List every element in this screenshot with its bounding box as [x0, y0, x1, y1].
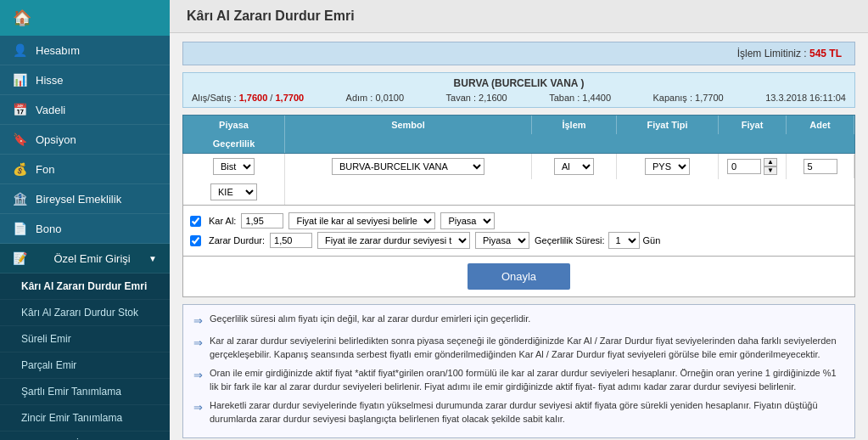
sembol-select[interactable]: BURVA-BURCELIK VANA: [332, 158, 484, 175]
bono-icon: 📄: [13, 222, 27, 235]
piyasa-cell: Bist: [183, 154, 285, 179]
fiyat-tipi-select[interactable]: PYS: [645, 158, 690, 175]
sidebar-item-hisse[interactable]: 📊 Hisse: [0, 65, 170, 95]
adim-label: Adım : 0,0100: [346, 93, 405, 103]
info-arrow-0: ⇒: [193, 313, 203, 330]
submenu-parcali[interactable]: Parçalı Emir: [0, 353, 170, 379]
zarar-piyasa-select[interactable]: Piyasa: [475, 232, 529, 249]
sidebar-item-label: Bono: [36, 223, 61, 235]
header-adet: Adet: [787, 116, 854, 134]
adet-input[interactable]: [804, 159, 837, 174]
sure-select[interactable]: 1 2 3: [608, 232, 640, 249]
islem-cell: Al Sat: [532, 154, 617, 179]
header-islem: İşlem: [532, 116, 617, 134]
sure-unit: Gün: [643, 235, 661, 245]
gecerlilik-select[interactable]: KIE GUN: [210, 183, 257, 200]
form-header: Piyasa Sembol İşlem Fiyat Tipi Fiyat Ade…: [182, 115, 855, 154]
sembol-cell: BURVA-BURCELIK VANA: [285, 154, 532, 179]
info-item-1: ⇒ Kar al zarar durdur seviyelerini belir…: [193, 334, 844, 362]
sidebar-header[interactable]: 🏠: [0, 0, 170, 36]
submenu-kari-al[interactable]: Kârı Al Zararı Durdur Emri: [0, 274, 170, 300]
header-fiyat: Fiyat: [719, 116, 787, 134]
fiyat-input[interactable]: [727, 159, 761, 174]
stock-details: Alış/Satış : 1,7600 / 1,7700 Adım : 0,01…: [192, 93, 846, 103]
chevron-down-icon: ▼: [148, 254, 157, 263]
sidebar-item-ozel[interactable]: 📝 Özel Emir Girişi ▼: [0, 244, 170, 274]
sidebar-item-label: Bireysel Emeklilik: [36, 193, 121, 206]
limit-value: 545 TL: [809, 48, 842, 59]
karal-secim-select[interactable]: Fiyat ile kar al seviyesi belirle: [288, 212, 435, 229]
kapanis-label: Kapanış : 1,7700: [652, 93, 723, 103]
sidebar-item-label: Fon: [36, 163, 54, 176]
gecerlilik-sure-group: Geçerlilik Süresi: 1 2 3 Gün: [535, 232, 660, 249]
submenu-sartli[interactable]: Şartlı Emir Tanımlama: [0, 379, 170, 405]
sidebar-item-bono[interactable]: 📄 Bono: [0, 214, 170, 244]
price-up-button[interactable]: ▲: [764, 158, 777, 166]
info-arrow-1: ⇒: [193, 335, 203, 352]
opsiyon-icon: 🔖: [13, 133, 27, 146]
islem-select[interactable]: Al Sat: [554, 158, 594, 175]
sidebar-item-label: Özel Emir Girişi: [53, 252, 130, 265]
sidebar-item-opsiyon[interactable]: 🔖 Opsiyon: [0, 125, 170, 155]
sidebar-submenu: Kârı Al Zararı Durdur Emri Kârı Al Zarar…: [0, 274, 170, 440]
confirm-section: Onayla: [182, 257, 855, 297]
stock-name: BURVA (BURCELIK VANA ): [192, 77, 846, 89]
taban-label: Taban : 1,4400: [549, 93, 611, 103]
sidebar-item-label: Opsiyon: [36, 133, 76, 146]
piyasa-select[interactable]: Bist: [213, 158, 255, 175]
alis-value: 1,7600: [239, 93, 268, 103]
zarar-row: Zarar Durdur: Fiyat ile zarar durdur sev…: [190, 232, 848, 249]
info-text-0: Geçerlilik süresi alım fiyatı için değil…: [210, 312, 530, 326]
submenu-sureli[interactable]: Süreli Emir: [0, 326, 170, 353]
sidebar-item-label: Hisse: [36, 74, 64, 87]
info-item-3: ⇒ Hareketli zarar durdur seviyelerinde f…: [193, 398, 844, 426]
karal-value-input[interactable]: [241, 213, 283, 228]
submenu-kari-stok[interactable]: Kârı Al Zararı Durdur Stok: [0, 300, 170, 326]
home-icon: 🏠: [13, 8, 31, 27]
price-down-button[interactable]: ▼: [764, 166, 777, 175]
sidebar: 🏠 👤 Hesabım 📊 Hisse 📅 Vadeli 🔖 Opsiyon 💰…: [0, 0, 170, 440]
fiyat-tipi-cell: PYS: [617, 154, 719, 179]
submenu-biri[interactable]: Biri Diğerini İptal Eder Emri: [0, 432, 170, 440]
zarar-checkbox[interactable]: [190, 235, 201, 246]
karal-piyasa-select[interactable]: Piyasa: [440, 212, 495, 229]
ozel-icon: 📝: [13, 251, 27, 265]
karal-checkbox[interactable]: [190, 216, 201, 227]
main-content: Kârı Al Zararı Durdur Emri İşlem Limitin…: [170, 0, 868, 440]
extra-rows: Kar Al: Fiyat ile kar al seviyesi belirl…: [182, 206, 855, 257]
info-text-1: Kar al zarar durdur seviyelerini belirle…: [210, 334, 844, 362]
limit-label: İşlem Limitiniz :: [737, 48, 807, 59]
sidebar-item-label: Hesabım: [36, 44, 80, 57]
info-arrow-3: ⇒: [193, 399, 203, 416]
zarar-secim-select[interactable]: Fiyat ile zarar durdur seviyesi t: [317, 232, 470, 249]
info-arrow-2: ⇒: [193, 367, 203, 384]
vadeli-icon: 📅: [13, 103, 27, 116]
adim-value: 0,0100: [375, 93, 404, 103]
satis-value: 1,7700: [275, 93, 304, 103]
sidebar-item-hesabim[interactable]: 👤 Hesabım: [0, 36, 170, 65]
hesabim-icon: 👤: [13, 43, 27, 57]
confirm-button[interactable]: Onayla: [468, 263, 570, 290]
submenu-zincir[interactable]: Zincir Emir Tanımlama: [0, 405, 170, 432]
bireysel-icon: 🏦: [13, 192, 27, 206]
zarar-label: Zarar Durdur:: [209, 235, 265, 245]
form-input-row: Bist BURVA-BURCELIK VANA Al Sat PYS: [182, 154, 855, 206]
zarar-value-input[interactable]: [270, 233, 312, 248]
header-sembol: Sembol: [285, 116, 532, 134]
header-fiyat-tipi: Fiyat Tipi: [617, 116, 719, 134]
stock-date: 13.3.2018 16:11:04: [765, 93, 846, 103]
fiyat-cell: ▲ ▼: [719, 154, 787, 179]
info-item-0: ⇒ Geçerlilik süresi alım fiyatı için değ…: [193, 312, 844, 330]
stock-panel: BURVA (BURCELIK VANA ) Alış/Satış : 1,76…: [182, 72, 855, 108]
alis-satis-label: Alış/Satış : 1,7600 / 1,7700: [192, 93, 304, 103]
fiyat-input-group: ▲ ▼: [727, 158, 777, 175]
page-title: Kârı Al Zararı Durdur Emri: [170, 0, 868, 33]
content-area: İşlem Limitiniz : 545 TL BURVA (BURCELIK…: [170, 33, 868, 440]
sidebar-item-vadeli[interactable]: 📅 Vadeli: [0, 95, 170, 125]
taban-value: 1,4400: [582, 93, 611, 103]
hisse-icon: 📊: [13, 73, 27, 87]
gecerlilik-cell: KIE GUN: [183, 179, 285, 205]
sidebar-item-bireysel[interactable]: 🏦 Bireysel Emeklilik: [0, 184, 170, 214]
sidebar-item-fon[interactable]: 💰 Fon: [0, 155, 170, 184]
header-piyasa: Piyasa: [183, 116, 285, 134]
